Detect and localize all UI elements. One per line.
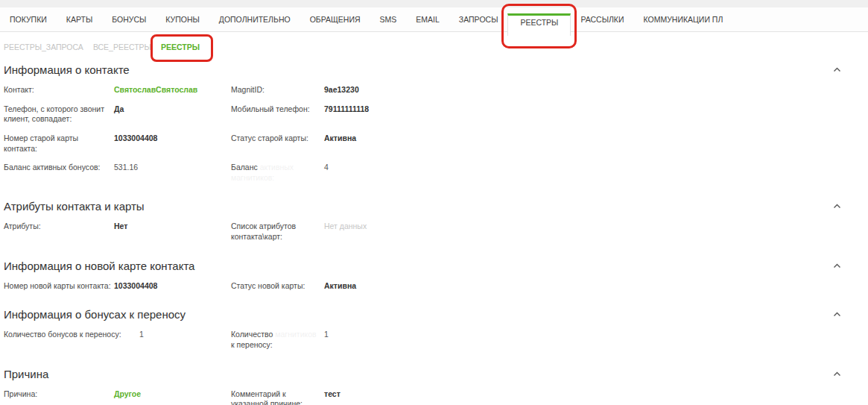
- subtab-reestry[interactable]: РЕЕСТРЫ: [161, 43, 200, 51]
- section-header-reason: Причина: [4, 368, 868, 380]
- tab-karty[interactable]: КАРТЫ: [57, 7, 102, 31]
- section-reason: ПричинаПричина:ДругоеКомментарий к указа…: [4, 368, 868, 405]
- field-label-text: Комментарий к указанной причине:: [231, 389, 302, 405]
- field-label: Количество магнитиков к переносу:: [231, 330, 324, 350]
- field-row: Причина:ДругоеКомментарий к указанной пр…: [4, 389, 868, 405]
- field-label-text: Статус старой карты:: [231, 134, 308, 142]
- field-label: Номер старой карты контакта:: [4, 134, 114, 154]
- field-label-suffix-text: к переносу:: [231, 340, 273, 349]
- field-label-text: Баланс активных бонусов:: [4, 163, 100, 172]
- section-header-new-card-info: Информация о новой карте контакта: [4, 260, 868, 272]
- tab-dopolnitelno[interactable]: ДОПОЛНИТЕЛЬНО: [209, 7, 300, 31]
- field-label-text: Контакт:: [4, 85, 34, 94]
- subtab-vse-reestry[interactable]: ВСЕ_РЕЕСТРЫ: [93, 43, 151, 51]
- section-header-attributes: Атрибуты контакта и карты: [4, 200, 868, 213]
- field-label: Список атрибутов контакта\карт:: [231, 222, 324, 242]
- section-header-bonuses-transfer: Информация о бонусах к переносу: [4, 308, 868, 321]
- tab-bar: ПОКУПКИКАРТЫБОНУСЫКУПОНЫДОПОЛНИТЕЛЬНООБР…: [0, 7, 868, 32]
- section-title: Информация о контакте: [4, 63, 130, 76]
- field-row: Телефон, с которого звонит клиент, совпа…: [4, 104, 868, 125]
- field-value: Активна: [324, 281, 868, 292]
- section-title: Атрибуты контакта и карты: [4, 200, 145, 213]
- collapse-chevron-up-icon[interactable]: [831, 370, 843, 378]
- field-value: 531.16: [114, 163, 231, 183]
- field-value: Активна: [324, 134, 868, 154]
- field-value: 9ae13230: [324, 85, 868, 95]
- section-attributes: Атрибуты контакта и картыАтрибуты:НетСпи…: [4, 200, 868, 242]
- section-new-card-info: Информация о новой карте контактаНомер н…: [4, 260, 868, 292]
- field-label-text: Номер старой карты контакта:: [4, 134, 78, 153]
- field-label: Статус старой карты:: [231, 134, 324, 154]
- subtab-reestry-zaprosa[interactable]: РЕЕСТРЫ_ЗАПРОСА: [4, 43, 83, 51]
- section-title: Информация о новой карте контакта: [4, 260, 194, 272]
- subtab-bar: РЕЕСТРЫ_ЗАПРОСАВСЕ_РЕЕСТРЫРЕЕСТРЫ: [0, 32, 868, 60]
- tab-rassylki[interactable]: РАССЫЛКИ: [571, 7, 633, 31]
- field-value: 1033004408: [114, 134, 231, 154]
- field-label-text: Мобильный телефон:: [231, 104, 310, 113]
- tab-kupony[interactable]: КУПОНЫ: [156, 7, 209, 31]
- field-label: Телефон, с которого звонит клиент, совпа…: [4, 104, 114, 125]
- field-row: Контакт:СвятославСвятославMagnitID:9ae13…: [4, 85, 868, 95]
- field-label-text: Количество: [231, 330, 273, 339]
- field-row: Количество бонусов к переносу:1Количеств…: [4, 330, 868, 350]
- field-label: Количество бонусов к переносу:: [4, 330, 114, 350]
- collapse-chevron-up-icon[interactable]: [831, 262, 843, 270]
- field-value: Нет данных: [324, 222, 868, 242]
- tab-pokupki[interactable]: ПОКУПКИ: [0, 7, 57, 31]
- field-label-text: MagnitID:: [231, 85, 264, 94]
- field-value: Да: [114, 104, 231, 125]
- section-contact-info: Информация о контактеКонтакт:СвятославСв…: [4, 63, 868, 183]
- field-label-text: Баланс: [231, 163, 258, 172]
- field-label-text: Номер новой карты контакта:: [4, 281, 111, 290]
- field-value: 1: [324, 330, 868, 350]
- field-label-faded-text: магнитиков: [273, 330, 316, 339]
- field-label-text: Причина:: [4, 389, 37, 398]
- field-row: Номер старой карты контакта:1033004408Ст…: [4, 134, 868, 154]
- field-value: 4: [324, 163, 868, 183]
- tab-zaprosy[interactable]: ЗАПРОСЫ: [449, 7, 508, 31]
- section-title: Причина: [4, 368, 48, 380]
- field-row: Баланс активных бонусов:531.16Баланс акт…: [4, 163, 868, 183]
- field-label-text: Телефон, с которого звонит клиент, совпа…: [4, 104, 104, 124]
- collapse-chevron-up-icon[interactable]: [831, 66, 843, 74]
- content: Информация о контактеКонтакт:СвятославСв…: [0, 63, 868, 405]
- section-bonuses-transfer: Информация о бонусах к переносуКоличеств…: [4, 308, 868, 350]
- field-label: Статус новой карты:: [231, 281, 324, 292]
- collapse-chevron-up-icon[interactable]: [831, 202, 843, 210]
- field-label: Баланс активных магнитиков:: [231, 163, 324, 183]
- field-value: тест: [324, 389, 868, 405]
- field-value: 79111111118: [324, 104, 868, 125]
- field-value: Другое: [114, 389, 231, 405]
- field-value: 1: [114, 330, 231, 350]
- field-label-text: Количество бонусов к переносу:: [4, 330, 121, 339]
- tab-bonusy[interactable]: БОНУСЫ: [102, 7, 156, 31]
- collapse-chevron-up-icon[interactable]: [831, 310, 843, 318]
- field-label-text: Список атрибутов контакта\карт:: [231, 222, 296, 241]
- tab-email[interactable]: EMAIL: [406, 7, 449, 31]
- field-label: Контакт:: [4, 85, 114, 95]
- window-top-strip: [0, 0, 868, 7]
- field-value: 1033004408: [114, 281, 231, 292]
- field-label: Номер новой карты контакта:: [4, 281, 114, 292]
- field-label: MagnitID:: [231, 85, 324, 95]
- annotation-red-box: [151, 34, 213, 62]
- field-label-text: Статус новой карты:: [231, 281, 305, 290]
- field-label: Причина:: [4, 389, 114, 405]
- section-title: Информация о бонусах к переносу: [4, 308, 186, 321]
- field-value: Нет: [114, 222, 231, 242]
- field-label: Баланс активных бонусов:: [4, 163, 114, 183]
- field-value: СвятославСвятослав: [114, 85, 231, 95]
- field-row: Номер новой карты контакта:1033004408Ста…: [4, 281, 868, 292]
- field-label: Комментарий к указанной причине:: [231, 389, 324, 405]
- field-label: Атрибуты:: [4, 222, 114, 242]
- tab-obrashcheniya[interactable]: ОБРАЩЕНИЯ: [300, 7, 370, 31]
- field-row: Атрибуты:НетСписок атрибутов контакта\ка…: [4, 222, 868, 242]
- tab-kommunikacii-pl[interactable]: КОММУНИКАЦИИ ПЛ: [634, 7, 733, 31]
- section-header-contact-info: Информация о контакте: [4, 63, 868, 76]
- field-label: Мобильный телефон:: [231, 104, 324, 125]
- tab-reestry[interactable]: РЕЕСТРЫ: [507, 13, 571, 36]
- tab-sms[interactable]: SMS: [370, 7, 407, 31]
- field-label-text: Атрибуты:: [4, 222, 41, 230]
